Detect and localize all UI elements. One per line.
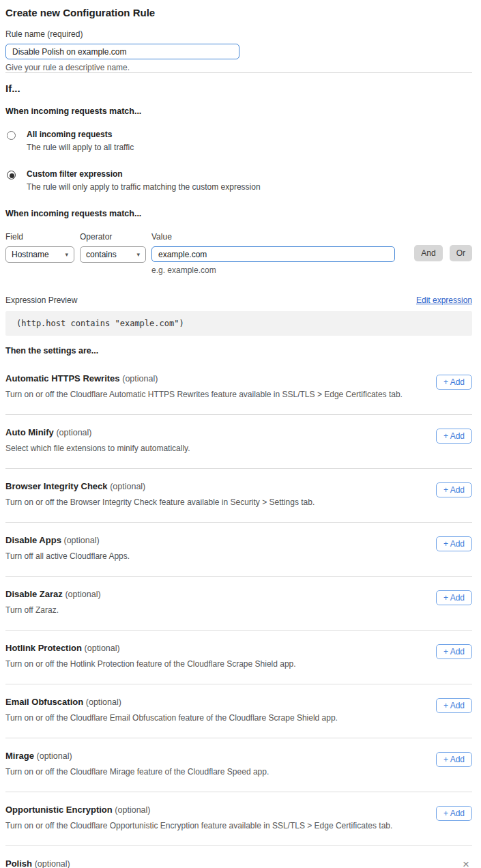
- setting-description: Turn on or off the Cloudflare Opportunis…: [5, 821, 392, 830]
- edit-expression-link[interactable]: Edit expression: [416, 295, 472, 305]
- chevron-down-icon: ▾: [136, 251, 140, 258]
- radio-all-incoming-requests[interactable]: All incoming requests The rule will appl…: [5, 130, 472, 152]
- setting-title: Disable Apps (optional): [5, 535, 130, 545]
- field-column: Field Hostname ▾: [5, 232, 74, 263]
- then-heading: Then the settings are...: [5, 346, 472, 356]
- setting-email-obfuscation: Email Obfuscation (optional) Turn on or …: [5, 684, 472, 738]
- operator-column: Operator contains ▾: [80, 232, 146, 263]
- optional-label: (optional): [37, 751, 72, 761]
- optional-label: (optional): [56, 428, 91, 437]
- add-button[interactable]: + Add: [436, 429, 472, 444]
- radio-description: The rule will apply to all traffic: [27, 143, 134, 152]
- setting-description: Turn off all active Cloudflare Apps.: [5, 551, 130, 561]
- operator-select-value: contains: [86, 250, 117, 259]
- setting-title: Mirage (optional): [5, 751, 269, 761]
- expression-preview-header: Expression Preview Edit expression: [5, 295, 472, 305]
- rule-name-label: Rule name (required): [5, 29, 472, 39]
- optional-label: (optional): [85, 643, 120, 653]
- value-column: Value e.g. example.com: [151, 232, 395, 275]
- setting-title: Auto Minify (optional): [5, 427, 190, 437]
- setting-opportunistic-encryption: Opportunistic Encryption (optional) Turn…: [5, 792, 472, 845]
- rule-name-input[interactable]: [5, 44, 239, 59]
- builder-heading: When incoming requests match...: [5, 209, 472, 218]
- setting-description: Select which file extensions to minify a…: [5, 444, 190, 453]
- optional-label: (optional): [122, 374, 158, 384]
- divider: [5, 72, 472, 73]
- radio-label: Custom filter expression: [27, 169, 261, 179]
- if-heading: If...: [5, 83, 472, 94]
- value-label: Value: [151, 232, 395, 242]
- match-heading: When incoming requests match...: [5, 106, 472, 116]
- add-button[interactable]: + Add: [436, 752, 472, 767]
- field-select[interactable]: Hostname ▾: [5, 246, 74, 263]
- setting-title: Opportunistic Encryption (optional): [5, 805, 392, 815]
- setting-disable-apps: Disable Apps (optional) Turn off all act…: [5, 523, 472, 576]
- setting-title: Disable Zaraz (optional): [5, 589, 101, 599]
- add-button[interactable]: + Add: [436, 536, 472, 551]
- setting-automatic-https-rewrites: Automatic HTTPS Rewrites (optional) Turn…: [5, 361, 472, 414]
- field-label: Field: [5, 232, 74, 242]
- radio-description: The rule will only apply to traffic matc…: [27, 182, 261, 192]
- radio-label: All incoming requests: [27, 130, 134, 139]
- radio-icon[interactable]: [7, 131, 16, 140]
- setting-description: Turn on or off the Hotlink Protection fe…: [5, 659, 296, 669]
- chevron-down-icon: ▾: [65, 251, 68, 258]
- optional-label: (optional): [110, 482, 145, 491]
- setting-title: Hotlink Protection (optional): [5, 643, 296, 653]
- add-button[interactable]: + Add: [436, 375, 472, 390]
- setting-hotlink-protection: Hotlink Protection (optional) Turn on or…: [5, 631, 472, 684]
- rule-name-helper: Give your rule a descriptive name.: [5, 63, 472, 72]
- field-select-value: Hostname: [12, 250, 49, 259]
- and-button[interactable]: And: [414, 245, 442, 261]
- setting-title: Browser Integrity Check (optional): [5, 481, 315, 491]
- optional-label: (optional): [65, 590, 100, 599]
- optional-label: (optional): [64, 536, 100, 545]
- or-button[interactable]: Or: [450, 245, 472, 261]
- optional-label: (optional): [86, 697, 121, 707]
- radio-icon-selected[interactable]: [7, 171, 16, 179]
- add-button[interactable]: + Add: [436, 590, 472, 605]
- setting-mirage: Mirage (optional) Turn on or off the Clo…: [5, 738, 472, 792]
- add-button[interactable]: + Add: [436, 806, 472, 821]
- setting-title: Email Obfuscation (optional): [5, 697, 338, 707]
- setting-auto-minify: Auto Minify (optional) Select which file…: [5, 415, 472, 468]
- add-button[interactable]: + Add: [436, 482, 472, 497]
- add-button[interactable]: + Add: [436, 698, 472, 713]
- value-helper: e.g. example.com: [151, 265, 395, 275]
- configuration-rule-form: Create new Configuration Rule Rule name …: [0, 0, 481, 868]
- optional-label: (optional): [35, 859, 70, 868]
- setting-title: Automatic HTTPS Rewrites (optional): [5, 373, 403, 384]
- value-input[interactable]: [151, 246, 395, 262]
- operator-select[interactable]: contains ▾: [80, 246, 146, 263]
- optional-label: (optional): [115, 805, 150, 815]
- setting-description: Turn on or off the Cloudflare Automatic …: [5, 390, 403, 399]
- setting-description: Turn off Zaraz.: [5, 605, 101, 615]
- operator-label: Operator: [80, 232, 146, 242]
- setting-disable-zaraz: Disable Zaraz (optional) Turn off Zaraz.…: [5, 577, 472, 630]
- radio-custom-filter-expression[interactable]: Custom filter expression The rule will o…: [5, 169, 472, 192]
- page-title: Create new Configuration Rule: [5, 7, 472, 18]
- setting-description: Turn on or off the Cloudflare Mirage fea…: [5, 767, 269, 777]
- add-button[interactable]: + Add: [436, 644, 472, 659]
- setting-browser-integrity-check: Browser Integrity Check (optional) Turn …: [5, 469, 472, 522]
- and-or-buttons: And Or: [407, 245, 472, 261]
- expression-preview-label: Expression Preview: [5, 295, 77, 305]
- setting-title: Polish (optional): [5, 858, 294, 868]
- setting-polish: Polish (optional) Change the settings of…: [5, 846, 472, 868]
- expression-builder: Field Hostname ▾ Operator contains ▾ Val…: [5, 232, 472, 275]
- close-icon[interactable]: ×: [460, 858, 472, 868]
- expression-preview-code: (http.host contains "example.com"): [5, 311, 472, 336]
- setting-description: Turn on or off the Cloudflare Email Obfu…: [5, 713, 338, 723]
- setting-description: Turn on or off the Browser Integrity Che…: [5, 497, 315, 507]
